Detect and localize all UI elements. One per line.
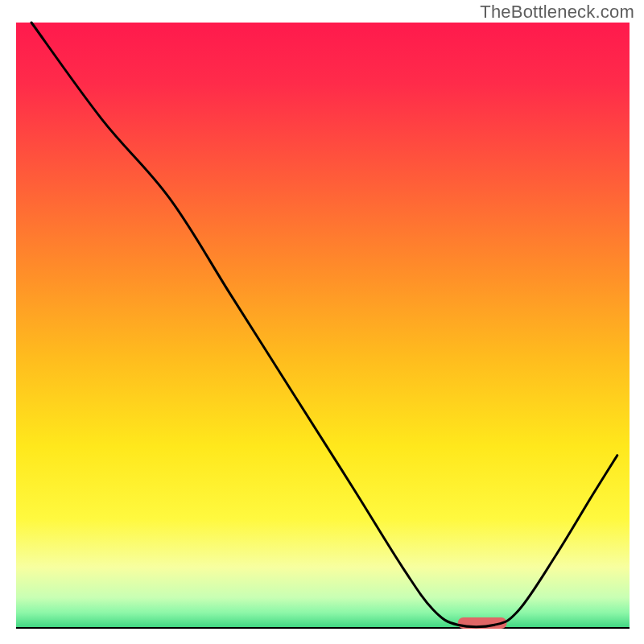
watermark-text: TheBottleneck.com — [480, 2, 634, 23]
gradient-background — [16, 23, 630, 628]
bottleneck-chart: TheBottleneck.com — [0, 0, 644, 644]
chart-svg — [0, 0, 644, 644]
